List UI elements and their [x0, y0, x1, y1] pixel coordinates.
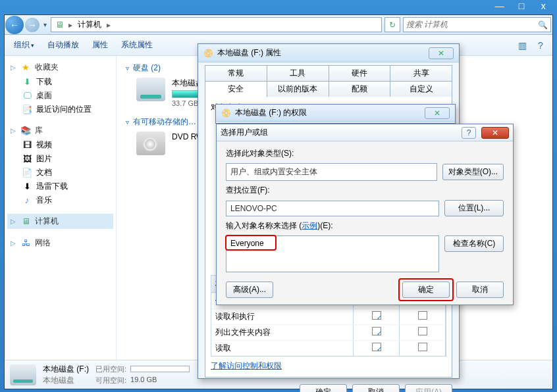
- checkbox-allow-listdir[interactable]: ✓: [372, 327, 381, 335]
- drive-icon: 📀: [203, 49, 213, 58]
- advanced-button[interactable]: 高级(A)...: [226, 282, 273, 298]
- status-name: 本地磁盘 (F:): [43, 364, 89, 375]
- free-space-value: 19.0 GB: [130, 376, 190, 385]
- select-dialog-titlebar[interactable]: 选择用户或组 ? ✕: [217, 124, 513, 141]
- used-space-label: 已用空间:: [95, 364, 126, 374]
- properties-title: 本地磁盘 (F:) 属性: [217, 47, 425, 59]
- search-icon: 🔍: [538, 20, 548, 30]
- object-names-input[interactable]: Everyone: [226, 235, 439, 272]
- checkbox-deny-readexec[interactable]: [418, 311, 427, 320]
- tab-security[interactable]: 安全: [205, 81, 267, 97]
- sidebar-item-computer[interactable]: ▷🖥计算机: [7, 214, 113, 229]
- checkbox-deny-read[interactable]: [418, 343, 427, 351]
- drive-icon: 📀: [221, 109, 231, 118]
- tab-general[interactable]: 常规: [205, 65, 267, 81]
- tab-quota[interactable]: 配额: [329, 81, 391, 97]
- learn-link[interactable]: 了解访问控制和权限: [211, 361, 282, 370]
- nav-pane: ▷★收藏夹 ⬇下载 🖵桌面 📑最近访问的位置 ▷📚库 🎞视频 🖼图片 📄文档 ⬇…: [5, 56, 117, 360]
- music-icon: ♪: [22, 195, 32, 206]
- star-icon: ★: [20, 62, 31, 73]
- help-button[interactable]: ?: [462, 127, 476, 139]
- tab-sharing[interactable]: 共享: [390, 65, 452, 81]
- examples-link[interactable]: 示例: [302, 221, 317, 230]
- select-user-dialog: 选择用户或组 ? ✕ 选择此对象类型(S): 用户、组或内置安全主体 对象类型(…: [216, 124, 514, 305]
- organize-menu[interactable]: 组织▾: [9, 37, 40, 53]
- recent-icon: 📑: [22, 105, 32, 115]
- search-input[interactable]: 搜索 计算机 🔍: [403, 17, 551, 32]
- tab-customize[interactable]: 自定义: [390, 81, 452, 97]
- check-names-button[interactable]: 检查名称(C): [444, 235, 504, 252]
- maximize-button[interactable]: □: [510, 0, 532, 13]
- permissions-dialog: 📀 本地磁盘 (F:) 的权限 ✕: [215, 104, 456, 124]
- computer-icon: 🖥: [54, 20, 65, 30]
- perm-read: 读取: [211, 341, 354, 356]
- tab-hardware[interactable]: 硬件: [329, 65, 391, 81]
- ok-button[interactable]: 确定: [300, 384, 347, 392]
- hard-drive-icon: [10, 364, 36, 385]
- object-type-value: 用户、组或内置安全主体: [226, 163, 437, 181]
- cancel-button[interactable]: 取消: [456, 282, 504, 298]
- sidebar-item-network[interactable]: ▷🖧网络: [7, 235, 113, 251]
- computer-icon: 🖥: [20, 216, 31, 227]
- apply-button[interactable]: 应用(A): [405, 384, 452, 392]
- libraries-group[interactable]: ▷📚库: [7, 123, 113, 138]
- used-space-bar: [130, 364, 190, 374]
- nav-back-button[interactable]: ←: [5, 16, 24, 34]
- object-types-button[interactable]: 对象类型(O)...: [442, 164, 504, 180]
- close-icon[interactable]: ✕: [429, 47, 454, 59]
- breadcrumb-sep: ▸: [67, 20, 74, 30]
- permissions-title: 本地磁盘 (F:) 的权限: [235, 107, 421, 118]
- checkbox-allow-readexec[interactable]: ✓: [372, 311, 381, 320]
- autoplay-button[interactable]: 自动播放: [42, 37, 84, 53]
- sidebar-item-recent[interactable]: 📑最近访问的位置: [7, 103, 113, 116]
- dvd-drive-icon: [136, 132, 165, 155]
- perm-readexec: 读取和执行: [211, 309, 354, 324]
- download-icon: ⬇: [22, 182, 32, 192]
- checkbox-deny-listdir[interactable]: [418, 327, 427, 335]
- sidebar-item-downloads[interactable]: ⬇下载: [7, 75, 113, 89]
- perm-listdir: 列出文件夹内容: [211, 325, 354, 340]
- status-type: 本地磁盘: [43, 375, 89, 386]
- system-properties-button[interactable]: 系统属性: [116, 37, 158, 53]
- breadcrumb-sep: ▸: [105, 20, 112, 30]
- sidebar-item-video[interactable]: 🎞视频: [7, 138, 113, 152]
- location-label: 查找位置(F):: [226, 185, 504, 196]
- address-bar[interactable]: 🖥 ▸ 计算机 ▸: [51, 17, 382, 32]
- sidebar-item-music[interactable]: ♪音乐: [7, 193, 113, 207]
- close-icon[interactable]: ✕: [425, 107, 450, 119]
- hard-drive-icon: [136, 78, 165, 101]
- refresh-button[interactable]: ↻: [385, 17, 400, 32]
- nav-forward-button[interactable]: →: [25, 18, 40, 32]
- window-controls: — □ x: [489, 0, 554, 13]
- sidebar-item-xunlei[interactable]: ⬇迅雷下载: [7, 180, 113, 193]
- navigation-bar: ← → ▾ 🖥 ▸ 计算机 ▸ ↻ 搜索 计算机 🔍: [5, 15, 552, 35]
- picture-icon: 🖼: [22, 154, 32, 164]
- enter-names-label: 输入对象名称来选择 (示例)(E):: [226, 220, 504, 232]
- view-mode-button[interactable]: ▥: [514, 40, 530, 51]
- object-type-label: 选择此对象类型(S):: [226, 148, 504, 159]
- sidebar-item-desktop[interactable]: 🖵桌面: [7, 89, 113, 103]
- cancel-button[interactable]: 取消: [352, 384, 400, 392]
- network-icon: 🖧: [20, 238, 31, 249]
- locations-button[interactable]: 位置(L)...: [444, 200, 504, 216]
- library-icon: 📚: [20, 126, 31, 136]
- checkbox-allow-read[interactable]: ✓: [372, 343, 381, 351]
- sidebar-item-documents[interactable]: 📄文档: [7, 166, 113, 180]
- download-icon: ⬇: [22, 77, 32, 87]
- close-button[interactable]: x: [533, 0, 554, 13]
- close-button[interactable]: ✕: [481, 127, 509, 139]
- sidebar-item-pictures[interactable]: 🖼图片: [7, 152, 113, 166]
- properties-button[interactable]: 属性: [87, 37, 113, 53]
- highlight-annotation: [398, 278, 454, 301]
- breadcrumb-computer[interactable]: 计算机: [76, 19, 103, 30]
- video-icon: 🎞: [22, 140, 32, 151]
- favorites-group[interactable]: ▷★收藏夹: [7, 60, 113, 75]
- tab-previous-versions[interactable]: 以前的版本: [267, 81, 329, 97]
- highlight-annotation: [225, 235, 277, 251]
- help-button[interactable]: ?: [533, 40, 548, 51]
- tab-tools[interactable]: 工具: [267, 65, 329, 81]
- nav-history-dropdown[interactable]: ▾: [40, 15, 49, 34]
- minimize-button[interactable]: —: [489, 0, 510, 13]
- properties-titlebar[interactable]: 📀 本地磁盘 (F:) 属性 ✕: [198, 44, 459, 62]
- permissions-titlebar[interactable]: 📀 本地磁盘 (F:) 的权限 ✕: [216, 105, 455, 122]
